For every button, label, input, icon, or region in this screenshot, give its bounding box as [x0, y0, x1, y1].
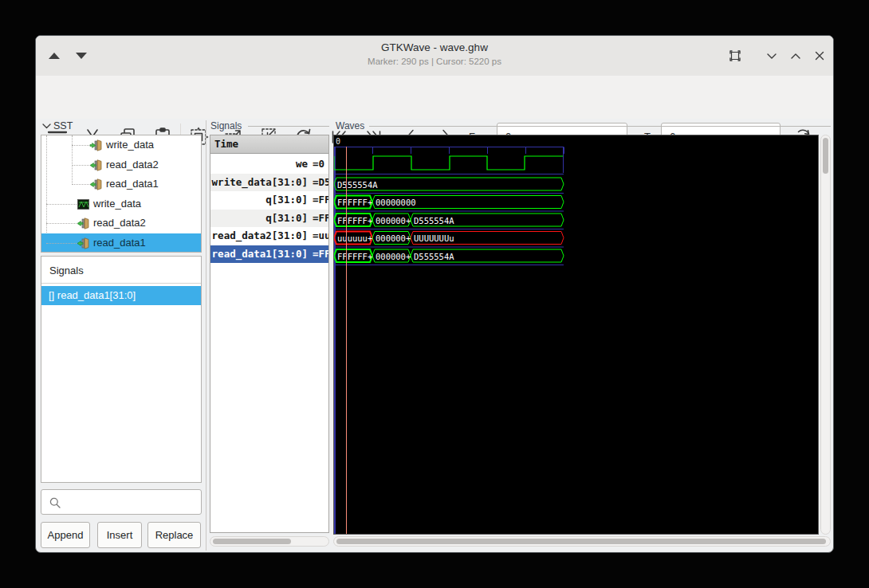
close-icon[interactable]	[812, 48, 828, 64]
wave-bus-value: 000000+	[376, 216, 411, 225]
chevron-down-icon[interactable]	[764, 48, 780, 64]
replace-button[interactable]: Replace	[147, 522, 201, 548]
tree-item-label: read_data1	[93, 237, 146, 249]
signal-name-panel[interactable]: Time we=0write_data[31:0]=D555554Aq[31:0…	[210, 135, 329, 533]
ruler-zero-label: 0	[336, 137, 340, 146]
tree-item-label: read_data1	[106, 178, 159, 190]
titlebar[interactable]: GTKWave - wave.ghw Marker: 290 ps | Curs…	[36, 36, 833, 76]
signals-frame-label: Signals	[210, 120, 242, 131]
desktop-background: GTKWave - wave.ghw Marker: 290 ps | Curs…	[0, 0, 869, 588]
signal-name: q[31:0]	[265, 194, 308, 206]
divider	[41, 283, 201, 284]
waves-frame-label: Waves	[336, 120, 364, 131]
net-icon	[77, 198, 90, 211]
tree-item-label: read_data2	[93, 217, 146, 229]
signal-value: =0	[313, 158, 324, 170]
signal-value: =uuuuuuuu	[313, 229, 328, 241]
waves-vscrollbar[interactable]	[820, 135, 831, 535]
wave-bus-value: 00000000	[376, 198, 416, 207]
toolbar: From: 0 sec To: 6 ns	[36, 76, 833, 119]
signal-name: write_data[31:0]	[212, 176, 308, 188]
signal-value: =FFFFFFFF	[313, 212, 328, 224]
signals-list-header: Signals	[49, 265, 84, 276]
sst-header: SST	[53, 120, 73, 131]
wave-bus-value: 000000+	[376, 233, 411, 243]
wave-bus-value: FFFFFF+	[337, 198, 372, 207]
tree-item-write_data[interactable]: write_data	[41, 135, 201, 155]
frame-line	[369, 126, 831, 127]
tree-item-read_data1[interactable]: read_data1	[41, 233, 201, 253]
signal-out-icon	[77, 237, 90, 250]
signal-out-icon	[89, 178, 103, 191]
tree-item-read_data1[interactable]: read_data1	[41, 174, 201, 194]
signals-list-panel[interactable]: Signals [] read_data1[31:0]	[41, 256, 202, 483]
wave-clock-we	[334, 156, 564, 170]
signal-value: =D555554A	[313, 176, 328, 188]
tree-connector	[72, 184, 89, 185]
names-hscrollbar-thumb[interactable]	[213, 539, 291, 544]
signal-search-input[interactable]	[41, 489, 202, 515]
wave-bus-value: uuuuuu+	[337, 233, 372, 243]
wave-bus-value: D555554A	[337, 180, 378, 190]
waves-hscrollbar[interactable]	[333, 536, 831, 547]
tree-item-label: write_data	[93, 198, 141, 210]
signal-out-icon	[77, 217, 90, 230]
signal-name-row-write_data[31:0][interactable]: write_data[31:0]=D555554A	[210, 174, 328, 192]
signal-out-icon	[89, 159, 103, 172]
signal-name: read_data1[31:0]	[212, 248, 308, 260]
tree-connector	[46, 243, 77, 244]
tree-connector	[46, 204, 77, 205]
sst-expander-icon[interactable]	[41, 121, 52, 131]
wave-bus-value: UUUUUUUu	[414, 233, 454, 243]
tree-item-label: read_data2	[106, 159, 159, 171]
wave-bus-value: FFFFFF+	[337, 252, 372, 261]
chevron-up-icon[interactable]	[788, 48, 804, 64]
signal-name: read_data2[31:0]	[212, 229, 308, 241]
gtkwave-window: GTKWave - wave.ghw Marker: 290 ps | Curs…	[35, 35, 834, 553]
tree-connector	[72, 165, 89, 166]
wave-bus-value: FFFFFF+	[337, 216, 372, 225]
signal-name-row-we[interactable]: we=0	[210, 155, 328, 174]
signal-name-row-read_data1[31:0][interactable]: read_data1[31:0]=FFFFFFFF	[210, 245, 328, 264]
tree-item-read_data2[interactable]: read_data2	[41, 214, 201, 233]
search-icon	[49, 496, 61, 509]
sst-tree-panel[interactable]: write_dataread_data2read_data1write_data…	[41, 135, 202, 253]
signal-value: =FFFFFFFF	[313, 194, 328, 206]
tree-connector	[72, 145, 89, 146]
tree-item-label: write_data	[106, 139, 154, 151]
signal-in-icon	[89, 139, 103, 152]
signal-name-row-read_data2[31:0][interactable]: read_data2[31:0]=uuuuuuuu	[210, 227, 328, 245]
insert-button[interactable]: Insert	[97, 522, 142, 548]
tree-connector	[46, 223, 77, 224]
wave-bus-value: 000000+	[376, 252, 411, 261]
marker-cursor-status: Marker: 290 ps | Cursor: 5220 ps	[36, 57, 833, 66]
signal-name-row-q[31:0][interactable]: q[31:0]=FFFFFFFF	[210, 210, 328, 228]
signal-name: q[31:0]	[265, 212, 308, 224]
signal-name: we	[296, 158, 308, 170]
frame-line	[248, 126, 329, 127]
signals-list-item[interactable]: [] read_data1[31:0]	[41, 286, 201, 305]
time-column-header[interactable]: Time	[210, 135, 328, 154]
fit-window-icon[interactable]	[727, 48, 743, 64]
wave-bus-value: D555554A	[414, 252, 454, 261]
wave-bus-value: D555554A	[414, 216, 454, 225]
window-title: GTKWave - wave.ghw	[36, 41, 833, 53]
waves-hscrollbar-thumb[interactable]	[336, 539, 826, 544]
pane-divider[interactable]	[206, 120, 206, 551]
signal-value: =FFFFFFFF	[313, 248, 328, 260]
signal-name-row-q[31:0][interactable]: q[31:0]=FFFFFFFF	[210, 191, 328, 210]
tree-item-read_data2[interactable]: read_data2	[41, 155, 201, 175]
waves-vscrollbar-thumb[interactable]	[823, 138, 828, 174]
names-hscrollbar[interactable]	[210, 536, 329, 547]
tree-item-write_data[interactable]: write_data	[41, 194, 201, 214]
append-button[interactable]: Append	[41, 522, 90, 548]
wave-display-area[interactable]: 0D555554AFFFFFF+00000000FFFFFF+000000+D5…	[333, 135, 819, 535]
